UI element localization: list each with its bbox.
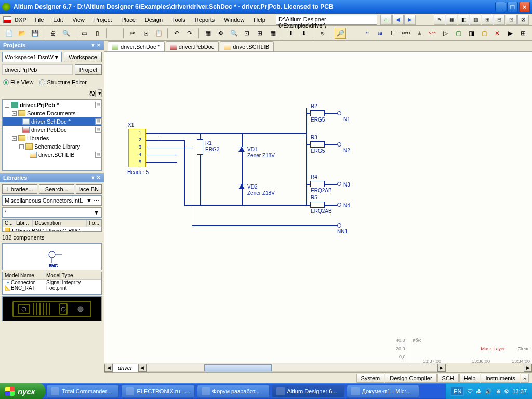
collapse-icon[interactable]: − (5, 103, 9, 108)
library-filter[interactable]: *▼ (2, 207, 102, 218)
tab-schdoc[interactable]: driver.SchDoc * (108, 41, 165, 51)
port-icon[interactable]: ▢ (478, 28, 490, 39)
component-r1[interactable] (197, 139, 203, 155)
tool-icon-7[interactable]: ⊠ (517, 15, 529, 25)
port-n1[interactable] (337, 111, 341, 115)
component-r3[interactable] (310, 141, 325, 148)
open-icon[interactable]: 📂 (16, 28, 28, 39)
save-icon[interactable]: 💾 (29, 28, 41, 39)
nav-back-icon[interactable]: ◀ (392, 15, 404, 25)
tool-icon-6[interactable]: ⊡ (506, 15, 517, 25)
status-tab-instruments[interactable]: Instruments (481, 374, 520, 383)
tool-icon-4[interactable]: ⊞ (482, 15, 493, 25)
new-icon[interactable]: 📄 (3, 28, 15, 39)
print-icon[interactable]: 🖨 (47, 28, 59, 39)
compile-icon[interactable]: ▶ (504, 28, 516, 39)
start-button[interactable]: пуск (0, 383, 45, 399)
tool-icon-5[interactable]: ⊟ (494, 15, 505, 25)
workspace-combo[interactable]: Workspace1.DsnW▼ (2, 52, 62, 62)
tree-schematic-library[interactable]: − Schematic Library (3, 142, 101, 151)
tool-b-icon[interactable]: ⊞ (254, 28, 265, 39)
workspace-button[interactable]: Workspace (64, 52, 102, 62)
preview-icon[interactable]: 🔍 (60, 28, 72, 39)
port-n4[interactable] (337, 203, 341, 207)
library-list[interactable]: C... Libr... Description Fo... I Misce B… (2, 219, 102, 232)
scroll-track-right-icon[interactable]: ▶ (437, 364, 446, 372)
chevron-down-icon[interactable]: ▼ ✕ (91, 43, 101, 48)
tool-icon-2[interactable]: ◧ (458, 15, 469, 25)
structure-editor-radio[interactable]: Structure Editor (39, 79, 86, 85)
port-nn1[interactable] (337, 223, 341, 228)
undo-icon[interactable]: ↶ (171, 28, 182, 39)
taskbar-item[interactable]: ELECTRONIX.ru - ... (121, 385, 194, 397)
tree-project-root[interactable]: − driver.PrjPcb * ▤ (3, 101, 101, 109)
language-indicator[interactable]: EN (451, 387, 464, 396)
tray-icon[interactable]: 🖥 (495, 388, 501, 394)
comment-header5[interactable]: Header 5 (127, 169, 149, 175)
taskbar-item[interactable]: Документ1 - Micr... (347, 385, 419, 397)
tab-schlib[interactable]: driver.SCHLIB (220, 41, 274, 51)
status-tab-design-compiler[interactable]: Design Compiler (385, 374, 436, 383)
hierarchy-down-icon[interactable]: ⬇ (298, 28, 310, 39)
port-n2[interactable] (337, 142, 341, 147)
component-header[interactable] (128, 129, 146, 167)
port-n3[interactable] (337, 182, 341, 186)
component-r2[interactable] (310, 110, 325, 116)
mode-icon-2[interactable]: ▯ (91, 28, 103, 39)
close-button[interactable]: × (519, 2, 530, 12)
status-tab-sch[interactable]: SCH (437, 374, 459, 383)
status-tab-help[interactable]: Help (459, 374, 481, 383)
path-combo[interactable]: D:\Altium Designer 6\Examples\driver\ (276, 15, 377, 25)
component-r4[interactable] (310, 181, 325, 187)
libraries-panel-header[interactable]: Libraries ▼ ✕ (0, 173, 104, 182)
tray-icon[interactable]: 🖧 (476, 388, 482, 394)
libraries-button[interactable]: Libraries... (2, 184, 37, 194)
nav-fwd-icon[interactable]: ▶ (404, 15, 416, 25)
tree-item-schdoc[interactable]: driver.SchDoc * ▤ (3, 117, 101, 126)
scroll-left-icon[interactable]: ◀ (104, 364, 113, 372)
taskbar-item[interactable]: Total Commander... (46, 385, 119, 397)
move-icon[interactable]: ✥ (215, 28, 227, 39)
menu-window[interactable]: Window (220, 15, 248, 24)
project-combo[interactable]: driver.PrjPcb (2, 64, 73, 75)
project-tree[interactable]: − driver.PrjPcb * ▤ − Source Documents d… (2, 99, 102, 171)
sheet-symbol-icon[interactable]: ▢ (453, 28, 464, 39)
bus-tool-icon[interactable]: ≋ (375, 28, 386, 39)
menu-file[interactable]: File (31, 15, 48, 24)
list-item[interactable]: 🔹 Connector Signal Integrity (3, 280, 101, 285)
file-view-radio[interactable]: File View (3, 79, 33, 85)
select-icon[interactable]: ▦ (202, 28, 214, 39)
junction-tool-icon[interactable]: ⊢ (388, 28, 399, 39)
list-item[interactable]: 📐 BNC_RA I Footprint (3, 285, 101, 291)
mode-icon-1[interactable]: ▭ (78, 28, 90, 39)
status-tab-system[interactable]: System (356, 374, 385, 383)
menu-reports[interactable]: Reports (191, 15, 219, 24)
menu-help[interactable]: Help (249, 15, 270, 24)
menu-view[interactable]: View (68, 15, 89, 24)
component-vd1[interactable] (238, 147, 245, 152)
cross-probe-icon[interactable]: ⎋ (316, 28, 328, 39)
nav-home-icon[interactable]: ⌂ (380, 15, 392, 25)
maximize-button[interactable]: □ (507, 2, 518, 12)
schematic-canvas[interactable]: X1 1 2 3 4 5 Header 5 (104, 52, 532, 372)
tree-source-documents[interactable]: − Source Documents (3, 109, 101, 117)
panel-menu-icon[interactable]: ▾ (98, 89, 102, 97)
system-tray[interactable]: EN 🛡 🖧 🔊 🖥 ⚙ 13:37 (446, 383, 532, 399)
menu-design[interactable]: Design (141, 15, 167, 24)
menu-project[interactable]: Project (90, 15, 116, 24)
tray-icon[interactable]: 🛡 (467, 388, 473, 394)
browse-icon[interactable]: 🔎 (335, 28, 346, 39)
component-r5[interactable] (310, 202, 325, 208)
project-button[interactable]: Project (75, 64, 102, 75)
tool-icon-3[interactable]: ▥ (470, 15, 481, 25)
component-vd2[interactable] (238, 184, 245, 189)
scroll-track-left-icon[interactable]: ◀ (138, 364, 147, 372)
hscrollbar[interactable] (147, 364, 437, 372)
panel-menu-chevron-icon[interactable]: » (521, 374, 529, 383)
tree-item-pcbdoc[interactable]: driver.PcbDoc ▤ (3, 126, 101, 134)
projects-panel-header[interactable]: Projects ▼ ✕ (0, 41, 104, 50)
clock[interactable]: 13:37 (512, 388, 527, 394)
search-button[interactable]: Search... (39, 184, 74, 194)
hierarchy-up-icon[interactable]: ⬆ (285, 28, 297, 39)
tool-icon-1[interactable]: ▦ (446, 15, 457, 25)
